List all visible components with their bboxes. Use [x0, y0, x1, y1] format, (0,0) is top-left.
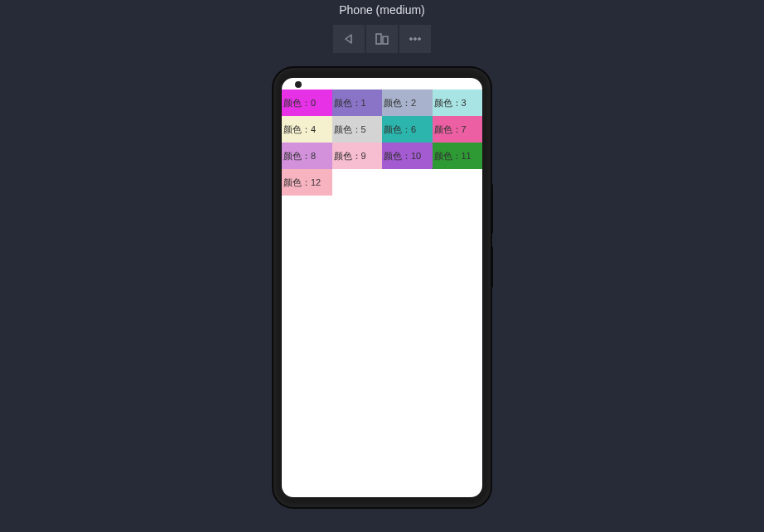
- color-cell[interactable]: 颜色：1: [332, 89, 383, 116]
- svg-point-4: [418, 38, 421, 41]
- toolbar: [0, 25, 764, 53]
- panel-icon: [375, 32, 389, 46]
- color-cell[interactable]: 颜色：5: [332, 116, 383, 143]
- color-cell[interactable]: 颜色：10: [382, 143, 433, 169]
- camera-dot: [295, 81, 302, 88]
- color-cell[interactable]: 颜色：2: [382, 89, 433, 116]
- more-button[interactable]: [399, 25, 431, 53]
- color-cell[interactable]: 颜色：8: [282, 143, 332, 169]
- device-frame: 颜色：0颜色：1颜色：2颜色：3颜色：4颜色：5颜色：6颜色：7颜色：8颜色：9…: [273, 68, 491, 507]
- color-grid: 颜色：0颜色：1颜色：2颜色：3颜色：4颜色：5颜色：6颜色：7颜色：8颜色：9…: [282, 78, 482, 196]
- color-cell[interactable]: 颜色：0: [282, 89, 332, 116]
- device-screen: 颜色：0颜色：1颜色：2颜色：3颜色：4颜色：5颜色：6颜色：7颜色：8颜色：9…: [282, 78, 482, 497]
- page-title: Phone (medium): [0, 0, 764, 25]
- color-cell[interactable]: 颜色：12: [282, 169, 332, 196]
- color-cell[interactable]: 颜色：7: [433, 116, 483, 143]
- color-cell[interactable]: 颜色：9: [332, 143, 383, 169]
- svg-rect-0: [376, 34, 381, 44]
- svg-rect-1: [383, 36, 388, 44]
- color-cell[interactable]: 颜色：3: [433, 89, 483, 116]
- color-cell[interactable]: 颜色：11: [433, 143, 483, 169]
- svg-point-2: [410, 38, 413, 41]
- triangle-back-icon: [342, 32, 355, 46]
- panel-button[interactable]: [366, 25, 398, 53]
- color-cell[interactable]: 颜色：4: [282, 116, 332, 143]
- more-icon: [408, 32, 423, 46]
- svg-point-3: [414, 38, 417, 41]
- color-cell[interactable]: 颜色：6: [382, 116, 433, 143]
- back-button[interactable]: [333, 25, 365, 53]
